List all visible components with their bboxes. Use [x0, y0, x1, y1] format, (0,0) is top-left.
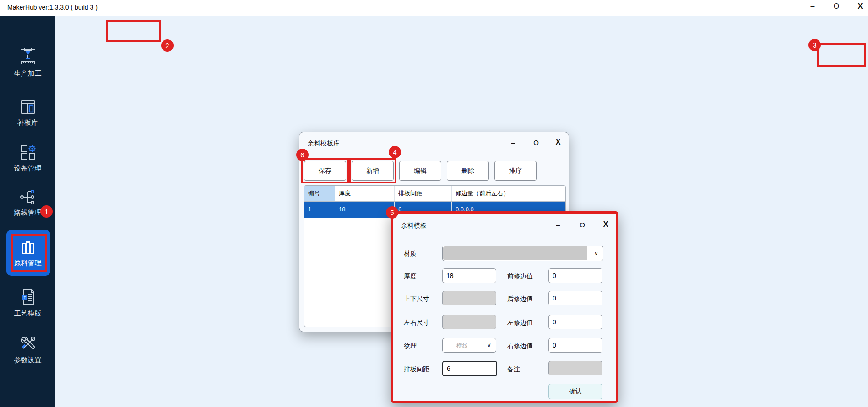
annotation-badge-1: 1 [40, 205, 53, 218]
maximize-icon[interactable]: O [829, 2, 844, 11]
dialog-edit-button[interactable]: 编辑 [399, 161, 441, 181]
left-trim-label: 左修边值 [507, 319, 533, 327]
sidebar-item-label: 工艺模版 [14, 309, 42, 317]
dcol-gap[interactable]: 排板间距 [395, 186, 452, 201]
sidebar-item-label: 生产加工 [14, 70, 42, 77]
lr-size-label: 左右尺寸 [404, 319, 429, 327]
confirm-button[interactable]: 确认 [548, 384, 602, 399]
remnant-template-dialog: 余料模板 – O X 材质 ∨ 厚度 前修边值 上下尺寸 后修边值 左右尺寸 左… [391, 211, 618, 403]
chevron-down-icon: ∨ [594, 250, 598, 257]
annotation-box-remnant-tab [106, 20, 161, 42]
ud-size-label: 上下尺寸 [404, 295, 429, 303]
left-trim-input[interactable] [548, 315, 602, 329]
dialog-save-button[interactable]: 保存 [304, 161, 346, 181]
right-trim-label: 右修边值 [507, 342, 533, 350]
sidebar-item-label: 补板库 [17, 118, 38, 126]
raw-material-icon [18, 239, 38, 257]
sidebar-item-equipment[interactable]: 设备管理 [0, 143, 55, 173]
sidebar-item-settings[interactable]: 参数设置 [0, 334, 55, 364]
sidebar-item-production[interactable]: 生产加工 [0, 46, 55, 78]
dialog-close-icon[interactable]: X [599, 220, 613, 229]
close-icon[interactable]: X [852, 2, 868, 11]
dialog-sort-button[interactable]: 排序 [494, 161, 537, 181]
annotation-badge-2: 2 [161, 39, 174, 52]
process-template-icon: T [18, 287, 38, 307]
annotation-badge-4: 4 [389, 146, 401, 158]
dialog-title: 余料模板 [401, 222, 427, 230]
sidebar-item-label: 设备管理 [14, 164, 42, 172]
sidebar-item-label: 参数设置 [14, 356, 42, 364]
grain-select-value: 横纹 [456, 342, 468, 350]
dialog-minimize-icon[interactable]: – [551, 221, 565, 229]
sidebar-item-raw-material[interactable]: 原料管理 [0, 239, 55, 268]
annotation-badge-5: 5 [386, 206, 398, 219]
note-input [548, 361, 602, 375]
minimize-icon[interactable]: – [805, 2, 820, 11]
dialog-minimize-icon[interactable]: – [506, 139, 520, 146]
equipment-gear-icon [18, 143, 38, 162]
note-label: 备注 [507, 365, 520, 374]
grain-select[interactable]: 横纹 ∨ [442, 338, 496, 353]
right-trim-input[interactable] [548, 338, 602, 353]
chevron-down-icon: ∨ [487, 342, 491, 348]
material-select[interactable]: ∨ [442, 246, 603, 261]
dialog-maximize-icon[interactable]: O [529, 139, 543, 146]
sidebar-item-label: 原料管理 [14, 259, 42, 267]
panel-library-icon [18, 97, 38, 117]
dcell-thickness: 18 [335, 202, 395, 218]
window-titlebar: MakerHub ver:1.3.3.0 ( build 3 ) – O X [0, 0, 868, 16]
back-trim-label: 后修边值 [507, 295, 533, 303]
material-label: 材质 [404, 250, 417, 258]
back-trim-input[interactable] [548, 291, 602, 305]
gap-label: 排板间距 [404, 365, 429, 374]
grain-label: 纹理 [404, 342, 417, 350]
thickness-label: 厚度 [404, 273, 417, 281]
dialog-close-icon[interactable]: X [551, 138, 565, 146]
annotation-badge-6: 6 [296, 149, 309, 161]
sidebar-item-label: 路线管理 [14, 209, 42, 216]
annotation-badge-3: 3 [808, 39, 821, 51]
gap-input[interactable] [442, 361, 497, 376]
sidebar-item-process-template[interactable]: T 工艺模版 [0, 287, 55, 318]
dialog-maximize-icon[interactable]: O [575, 221, 589, 229]
front-trim-label: 前修边值 [507, 273, 533, 281]
dcol-trim[interactable]: 修边量（前后左右） [452, 186, 566, 201]
window-title: MakerHub ver:1.3.3.0 ( build 3 ) [7, 4, 98, 11]
front-trim-input[interactable] [548, 268, 602, 283]
dcell-no: 1 [304, 202, 335, 218]
sidebar-item-panel-library[interactable]: 补板库 [0, 97, 55, 127]
material-select-fill [443, 246, 587, 260]
tools-settings-icon [18, 334, 38, 354]
dialog-delete-button[interactable]: 删除 [447, 161, 489, 181]
dcol-thickness[interactable]: 厚度 [335, 186, 395, 201]
lr-size-input [442, 315, 496, 329]
dialog-add-button[interactable]: 新增 [352, 161, 394, 181]
route-network-icon [18, 187, 38, 207]
dcol-no[interactable]: 编号 [304, 186, 335, 201]
ud-size-input [442, 291, 496, 305]
dialog-title: 余料模板库 [308, 139, 340, 148]
dialog-table-header: 编号 厚度 排板间距 修边量（前后左右） [304, 186, 565, 202]
svg-text:T: T [23, 295, 26, 300]
thickness-input[interactable] [442, 268, 496, 283]
cnc-machine-icon [18, 46, 38, 68]
